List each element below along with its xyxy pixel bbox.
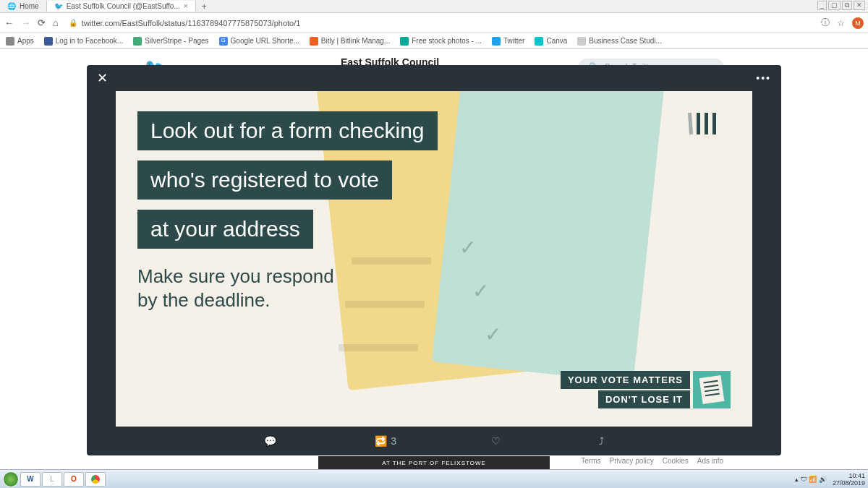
lock-icon: 🔒 [69,19,77,27]
forward-button[interactable]: → [21,17,30,28]
subtext: Make sure you respond by the deadline. [137,265,334,312]
tab-twitter[interactable]: 🐦 East Suffolk Council (@EastSuffo... × [47,1,196,12]
like-button[interactable]: ♡ [491,435,504,447]
new-tab-button[interactable]: + [196,1,213,12]
windows-taskbar: W L O ▴ 🛡 📶 🔊 10:41 27/08/2019 [0,469,868,488]
start-button[interactable] [3,471,19,487]
close-window-button[interactable]: ✕ [854,1,865,10]
restore-button[interactable]: ⧉ [842,1,852,10]
promo-banner: AT THE PORT OF FELIXSTOWE [318,456,550,469]
bookmark-apps[interactable]: Apps [6,37,34,46]
check-icon: ✓ [472,279,489,303]
browser-tabstrip: 🌐 Home 🐦 East Suffolk Council (@EastSuff… [0,0,868,13]
site-info-icon[interactable]: ⓘ [821,17,830,29]
reload-button[interactable]: ⟳ [38,17,46,28]
ballot-icon [693,371,731,408]
maximize-button[interactable]: ▢ [828,1,841,10]
reply-button[interactable]: 💬 [264,435,280,447]
tally-marks-icon [689,113,716,134]
minimize-button[interactable]: _ [817,1,827,10]
tab-label: East Suffolk Council (@EastSuffo... [67,2,180,10]
chrome-icon [91,475,100,484]
retweet-button[interactable]: 🔁3 [375,435,396,447]
globe-icon: 🌐 [7,2,16,10]
poster-image: ✓ ✓ ✓ Look out for a form checking who's… [116,91,752,427]
tweet-action-bar: 💬 🔁3 ♡ ⤴ [87,427,781,455]
back-button[interactable]: ← [4,17,14,28]
headline-1: Look out for a form checking [137,111,438,150]
bookmark-business-case[interactable]: Business Case Studi... [577,37,662,46]
decor-line [339,344,418,351]
decor-line [352,257,431,265]
check-icon: ✓ [459,236,476,260]
vote-label-1: YOUR VOTE MATTERS [561,371,690,389]
home-button[interactable]: ⌂ [53,17,59,28]
tab-label: Home [20,2,39,10]
more-options-button[interactable]: ••• [756,72,771,84]
headline-3: at your address [137,210,313,249]
clock-time: 10:41 [833,472,865,479]
bookmark-canva[interactable]: Canva [535,37,567,46]
bookmark-google-url[interactable]: GGoogle URL Shorte... [219,37,299,46]
taskbar-word[interactable]: W [20,472,41,487]
address-bar: ← → ⟳ ⌂ 🔒 twitter.com/EastSuffolk/status… [0,13,868,33]
media-content: ✓ ✓ ✓ Look out for a form checking who's… [87,91,781,427]
footer-privacy[interactable]: Privacy policy [610,457,654,465]
url-text: twitter.com/EastSuffolk/status/116378940… [82,19,301,27]
taskbar-chrome[interactable] [85,472,106,487]
tray-icons[interactable]: ▴ 🛡 📶 🔊 [795,476,827,483]
bookmark-star-icon[interactable]: ☆ [837,18,845,28]
retweet-icon: 🔁 [375,435,387,447]
headline-2: who's registered to vote [137,160,392,200]
bookmark-stock-photos[interactable]: Free stock photos - ... [400,37,482,46]
bookmark-bitly[interactable]: Bitly | Bitlink Manag... [310,37,390,46]
taskbar-outlook[interactable]: O [64,472,84,487]
vote-matters-badge: YOUR VOTE MATTERS DON'T LOSE IT [561,371,731,408]
heart-icon: ♡ [491,435,501,447]
bookmark-twitter[interactable]: Twitter [492,37,524,46]
footer-cookies[interactable]: Cookies [663,457,689,465]
clock-date: 27/08/2019 [833,479,865,487]
footer-terms[interactable]: Terms [581,457,600,465]
vote-label-2: DON'T LOSE IT [598,390,690,408]
share-icon: ⤴ [599,435,604,447]
share-button[interactable]: ⤴ [599,435,604,447]
check-icon: ✓ [485,322,501,346]
twitter-icon: 🐦 [54,2,63,10]
profile-avatar[interactable]: M [852,17,864,29]
taskbar-app-2[interactable]: L [42,472,62,487]
window-controls: _ ▢ ⧉ ✕ [817,1,865,10]
close-overlay-button[interactable]: ✕ [97,70,108,86]
bookmark-silverstripe[interactable]: SilverStripe - Pages [133,37,208,46]
decor-line [345,301,425,308]
reply-icon: 💬 [264,435,276,447]
bookmarks-bar: Apps Log in to Facebook... SilverStripe … [0,33,868,49]
footer-ads[interactable]: Ads info [697,457,723,465]
bookmark-facebook[interactable]: Log in to Facebook... [44,37,123,46]
close-tab-icon[interactable]: × [184,2,188,10]
media-viewer-overlay: ✕ ••• ✓ ✓ ✓ Look out for a form checking… [87,65,781,455]
url-input[interactable]: 🔒 twitter.com/EastSuffolk/status/1163789… [64,17,815,29]
system-tray[interactable]: ▴ 🛡 📶 🔊 10:41 27/08/2019 [795,472,865,487]
tab-home[interactable]: 🌐 Home [0,1,47,12]
